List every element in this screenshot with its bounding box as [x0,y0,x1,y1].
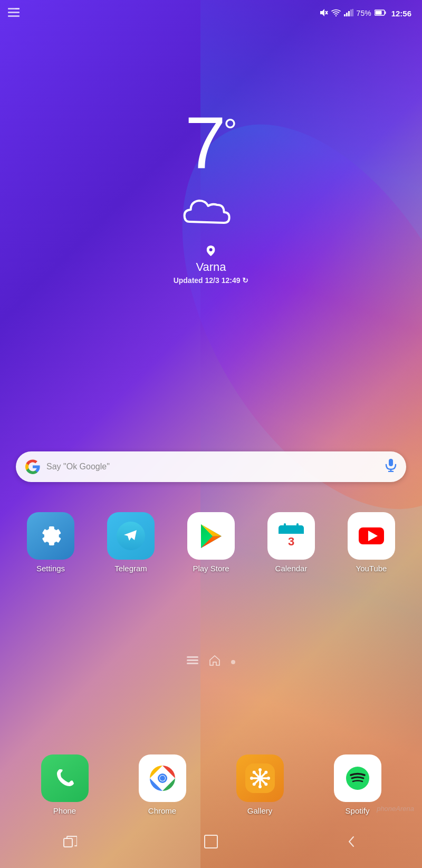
mic-icon[interactable] [385,458,397,475]
svg-point-44 [264,771,267,774]
svg-point-36 [160,776,165,781]
svg-point-42 [252,771,255,774]
svg-rect-25 [284,523,286,529]
updated-text: Updated 12/3 12:49 ↻ [174,276,249,285]
app-item-phone[interactable]: Phone [33,754,97,815]
youtube-icon [348,512,395,560]
svg-point-39 [258,785,262,788]
app-item-chrome[interactable]: Chrome [131,754,194,815]
status-bar: 75% 12:56 [0,0,422,26]
app-label-spotify: Spotify [346,806,370,815]
weather-widget[interactable]: 7 ° Varna Updated 12/3 12:49 ↻ [174,106,249,285]
svg-rect-31 [187,663,198,664]
app-label-chrome: Chrome [148,806,176,815]
svg-rect-12 [352,9,353,16]
svg-point-16 [209,248,213,251]
app-label-phone: Phone [53,806,76,815]
navigation-bar [0,820,422,868]
dock: Phone Chr [0,754,422,815]
svg-point-7 [335,15,336,16]
app-item-gallery[interactable]: Gallery [228,754,292,815]
page-indicators [187,655,235,669]
svg-point-48 [346,767,369,790]
svg-rect-50 [205,835,217,848]
svg-text:3: 3 [288,535,294,548]
weather-condition-icon [174,190,249,238]
home-button[interactable] [195,828,227,855]
phone-app-icon [41,754,89,802]
gallery-app-icon [236,754,284,802]
app-label-youtube: YouTube [356,564,387,573]
back-button[interactable] [336,828,368,855]
svg-rect-29 [187,656,198,658]
spotify-app-icon [334,754,381,802]
app-grid: Settings Telegram [0,507,422,578]
svg-point-43 [264,782,267,786]
status-time: 12:56 [391,9,411,18]
svg-point-40 [250,777,253,780]
app-item-calendar[interactable]: 3 Calendar [260,512,323,573]
svg-rect-11 [350,10,352,16]
degree-symbol: ° [223,114,237,148]
svg-rect-14 [375,11,381,14]
search-bar[interactable]: Say "Ok Google" [16,451,406,482]
app-item-settings[interactable]: Settings [19,512,82,573]
google-logo [25,459,40,474]
app-label-playstore: Play Store [193,564,229,573]
apps-indicator-icon [187,656,198,667]
svg-rect-30 [187,659,198,661]
svg-rect-15 [385,11,386,14]
app-item-telegram[interactable]: Telegram [99,512,162,573]
app-label-calendar: Calendar [275,564,308,573]
calendar-icon: 3 [267,512,315,560]
svg-rect-9 [346,13,348,16]
svg-point-46 [257,776,263,781]
wifi-icon [331,9,341,18]
playstore-icon [187,512,235,560]
svg-point-38 [258,768,262,771]
svg-rect-8 [344,14,346,16]
recent-apps-button[interactable] [54,828,86,855]
svg-rect-10 [348,11,350,16]
page-dot [231,660,235,664]
svg-rect-49 [64,838,72,847]
svg-rect-23 [279,531,304,534]
app-label-settings: Settings [36,564,65,573]
home-indicator-icon [209,655,220,669]
chrome-app-icon [139,754,186,802]
location-pin-icon [174,246,249,258]
app-label-gallery: Gallery [247,806,273,815]
temperature-display: 7 [185,106,224,180]
app-label-telegram: Telegram [114,564,147,573]
svg-point-41 [267,777,270,780]
city-name: Varna [174,260,249,274]
app-item-youtube[interactable]: YouTube [340,512,403,573]
telegram-icon [107,512,155,560]
settings-icon [27,512,74,560]
signal-icon [344,9,353,18]
search-placeholder: Say "Ok Google" [46,462,385,471]
battery-percent: 75% [357,9,371,17]
svg-marker-4 [320,9,324,16]
svg-rect-17 [389,459,393,466]
svg-rect-26 [296,523,299,529]
status-right: 75% 12:56 [320,8,411,18]
battery-icon [375,10,386,17]
mute-icon [320,8,328,18]
app-item-playstore[interactable]: Play Store [179,512,243,573]
watermark: phoneArena [377,805,414,813]
svg-point-45 [252,782,255,786]
